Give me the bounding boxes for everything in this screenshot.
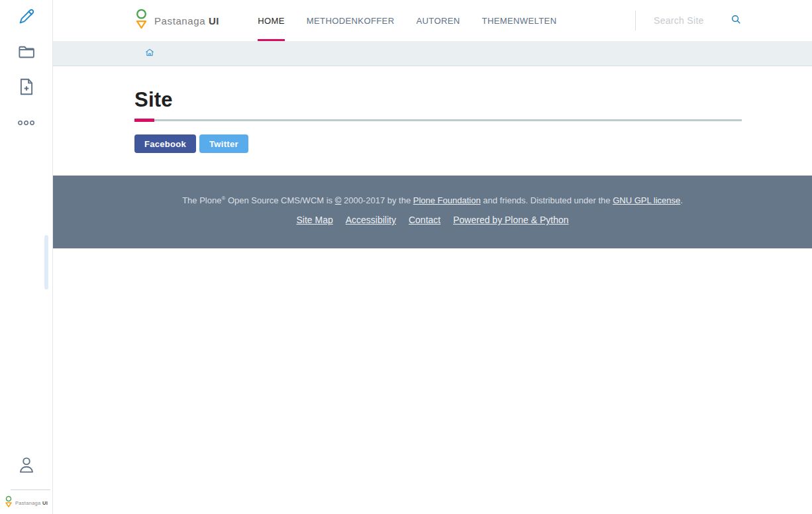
title-underline xyxy=(134,119,742,122)
more-options-button[interactable] xyxy=(12,108,41,137)
footer-text: The Plone xyxy=(182,195,221,205)
more-options-icon xyxy=(17,118,35,128)
plone-pastanaga-app: Pastanaga UI Pastanaga UI HOME METHODENK… xyxy=(0,0,812,514)
nav-item-methodenkoffer[interactable]: METHODENKOFFER xyxy=(307,0,395,41)
main-navigation: HOME METHODENKOFFER AUTOREN THEMENWELTEN xyxy=(258,0,556,41)
plone-foundation-link[interactable]: Plone Foundation xyxy=(413,195,481,205)
footer-link-accessibility[interactable]: Accessibility xyxy=(346,215,396,225)
add-content-button[interactable] xyxy=(12,73,41,102)
twitter-share-button[interactable]: Twitter xyxy=(199,134,248,153)
search-divider xyxy=(635,11,636,30)
sidebar-brand-name: Pastanaga UI xyxy=(15,500,48,506)
folder-contents-button[interactable] xyxy=(12,38,41,67)
title-rule-accent xyxy=(134,119,154,122)
site-footer: The Plone® Open Source CMS/WCM is © 2000… xyxy=(53,176,812,248)
folder-icon xyxy=(17,42,36,64)
brand-name: Pastanaga UI xyxy=(154,15,219,26)
footer-link-site-map[interactable]: Site Map xyxy=(296,215,332,225)
user-icon xyxy=(17,455,36,477)
page-title: Site xyxy=(134,88,742,112)
sidebar-bottom: Pastanaga UI xyxy=(0,448,52,514)
footer-link-powered-by[interactable]: Powered by Plone & Python xyxy=(453,215,568,225)
facebook-share-button[interactable]: Facebook xyxy=(134,134,196,153)
edit-pencil-icon xyxy=(17,7,36,28)
nav-item-themenwelten[interactable]: THEMENWELTEN xyxy=(482,0,557,41)
site-logo[interactable]: Pastanaga UI xyxy=(134,9,219,32)
content-area: Site Facebook Twitter xyxy=(53,66,812,153)
breadcrumb xyxy=(53,41,812,66)
footer-link-contact[interactable]: Contact xyxy=(409,215,440,225)
nav-item-home[interactable]: HOME xyxy=(258,0,285,41)
sidebar-divider xyxy=(11,489,50,490)
search-input[interactable] xyxy=(654,15,720,26)
edit-button[interactable] xyxy=(12,3,41,32)
footer-text: . xyxy=(680,195,683,205)
copyright-link[interactable]: © xyxy=(335,195,342,205)
breadcrumb-home-link[interactable] xyxy=(145,48,154,60)
footer-links: Site Map Accessibility Contact Powered b… xyxy=(53,215,812,225)
pastanaga-logo-icon xyxy=(5,495,13,511)
footer-text: and friends. Distributed under the xyxy=(481,195,613,205)
footer-text: Open Source CMS/WCM is xyxy=(225,195,334,205)
footer-text: 2000-2017 by the xyxy=(341,195,413,205)
site-header: Pastanaga UI HOME METHODENKOFFER AUTOREN… xyxy=(53,0,812,41)
title-rule-gray xyxy=(134,119,742,121)
add-document-icon xyxy=(17,77,36,99)
search-icon xyxy=(731,14,742,27)
sidebar-brand-logo: Pastanaga UI xyxy=(5,495,48,511)
share-buttons: Facebook Twitter xyxy=(134,134,742,153)
site-search xyxy=(635,11,742,30)
gnu-gpl-license-link[interactable]: GNU GPL license xyxy=(613,195,680,205)
sidebar-scrollbar-thumb[interactable] xyxy=(44,235,48,289)
nav-item-autoren[interactable]: AUTOREN xyxy=(416,0,460,41)
home-icon xyxy=(145,48,154,60)
footer-colophon: The Plone® Open Source CMS/WCM is © 2000… xyxy=(53,195,812,205)
pastanaga-logo-icon xyxy=(134,9,148,32)
search-button[interactable] xyxy=(731,14,742,27)
main-column: Pastanaga UI HOME METHODENKOFFER AUTOREN… xyxy=(53,0,812,514)
personal-tools-button[interactable] xyxy=(12,451,41,480)
